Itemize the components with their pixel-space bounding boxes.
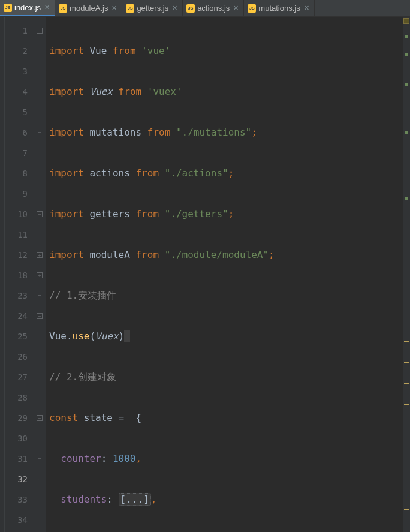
code-line: const state = {	[49, 408, 403, 428]
fold-minus-icon[interactable]: −	[37, 313, 43, 319]
close-icon[interactable]: ✕	[233, 4, 239, 12]
code-line: students: [...],	[49, 489, 403, 510]
warning-marker-icon[interactable]	[404, 362, 409, 363]
change-marker-icon[interactable]	[405, 197, 408, 200]
fold-end-icon[interactable]: ⌐	[38, 476, 41, 482]
annotation-stripe[interactable]	[403, 17, 410, 532]
tab-getters-js[interactable]: JS getters.js ✕	[122, 0, 183, 16]
close-icon[interactable]: ✕	[111, 4, 117, 12]
fold-end-icon[interactable]: ⌐	[38, 129, 41, 136]
tab-label: mutations.js	[258, 4, 300, 13]
line-number: 18	[5, 265, 28, 285]
line-number: 25	[5, 326, 28, 347]
fold-end-icon[interactable]: ⌐	[38, 455, 41, 462]
code-line: counter: 1000,	[49, 449, 403, 469]
fold-minus-icon[interactable]: −	[37, 28, 43, 34]
tab-moduleA-js[interactable]: JS moduleA.js ✕	[55, 0, 122, 16]
left-margin	[0, 17, 5, 532]
line-number: 30	[5, 428, 28, 449]
change-marker-icon[interactable]	[405, 83, 408, 86]
warning-marker-icon[interactable]	[404, 404, 409, 405]
code-line: import Vuex from 'vuex'	[49, 82, 403, 102]
js-file-icon: JS	[126, 4, 134, 13]
fold-end-icon[interactable]: ⌐	[38, 292, 41, 299]
line-number: 11	[5, 224, 28, 245]
fold-plus-icon[interactable]: +	[37, 252, 43, 258]
code-line: Vue.use(Vuex)	[49, 326, 403, 347]
code-line: import actions from "./actions";	[49, 163, 403, 184]
close-icon[interactable]: ✕	[304, 4, 309, 12]
line-number: 2	[5, 41, 28, 61]
fold-plus-icon[interactable]: +	[37, 272, 43, 278]
tab-index-js[interactable]: JS index.js ✕	[0, 0, 55, 16]
line-number: 34	[5, 510, 28, 530]
code-line: import moduleA from "./module/moduleA";	[49, 245, 403, 265]
tab-label: index.js	[14, 3, 41, 12]
line-number: 12	[5, 245, 28, 265]
tab-actions-js[interactable]: JS actions.js ✕	[183, 0, 244, 16]
line-number-gutter[interactable]: 1 2 3 4 5 6 7 8 9 10 11 12 18 23 24 25 2…	[5, 17, 34, 532]
line-number: 29	[5, 408, 28, 428]
line-number: 6	[5, 122, 28, 143]
change-marker-icon[interactable]	[405, 35, 408, 38]
line-number: 27	[5, 367, 28, 387]
tab-label: getters.js	[137, 4, 168, 13]
line-number: 33	[5, 489, 28, 510]
warning-marker-icon[interactable]	[404, 383, 409, 384]
line-number: 3	[5, 61, 28, 82]
line-number: 28	[5, 387, 28, 408]
warning-marker-icon[interactable]	[404, 509, 409, 510]
fold-minus-icon[interactable]: −	[37, 415, 43, 421]
line-number-current: 32	[5, 469, 28, 489]
fold-minus-icon[interactable]: −	[37, 211, 43, 217]
code-line: import Vue from 'vue'	[49, 41, 403, 61]
line-number: 1	[5, 20, 28, 41]
line-number: 31	[5, 449, 28, 469]
inspection-status-icon[interactable]	[403, 18, 409, 24]
close-icon[interactable]: ✕	[44, 4, 50, 11]
line-number: 7	[5, 143, 28, 163]
line-number: 24	[5, 306, 28, 326]
change-marker-icon[interactable]	[405, 131, 408, 134]
js-file-icon: JS	[248, 4, 256, 13]
fold-column: − ⌐ − + + ⌐ − − ⌐ ⌐	[34, 17, 46, 532]
editor: 1 2 3 4 5 6 7 8 9 10 11 12 18 23 24 25 2…	[0, 17, 410, 532]
tab-bar: JS index.js ✕ JS moduleA.js ✕ JS getters…	[0, 0, 410, 17]
line-number: 4	[5, 82, 28, 102]
code-line: import mutations from "./mutations";	[49, 122, 403, 143]
js-file-icon: JS	[186, 4, 195, 13]
js-file-icon: JS	[59, 4, 67, 13]
close-icon[interactable]: ✕	[172, 4, 177, 12]
code-line: // 1.安装插件	[49, 285, 403, 306]
line-number: 5	[5, 102, 28, 122]
code-line: // 2.创建对象	[49, 367, 403, 387]
js-file-icon: JS	[4, 4, 12, 12]
tab-label: actions.js	[197, 4, 230, 13]
change-marker-icon[interactable]	[405, 53, 408, 56]
tab-label: moduleA.js	[70, 4, 108, 13]
line-number: 9	[5, 184, 28, 204]
line-number: 10	[5, 204, 28, 224]
line-number: 8	[5, 163, 28, 184]
code-content[interactable]: import Vue from 'vue' import Vuex from '…	[46, 17, 403, 532]
code-line: import getters from "./getters";	[49, 204, 403, 224]
line-number: 26	[5, 347, 28, 367]
warning-marker-icon[interactable]	[404, 341, 409, 342]
line-number: 23	[5, 285, 28, 306]
tab-mutations-js[interactable]: JS mutations.js ✕	[244, 0, 314, 16]
